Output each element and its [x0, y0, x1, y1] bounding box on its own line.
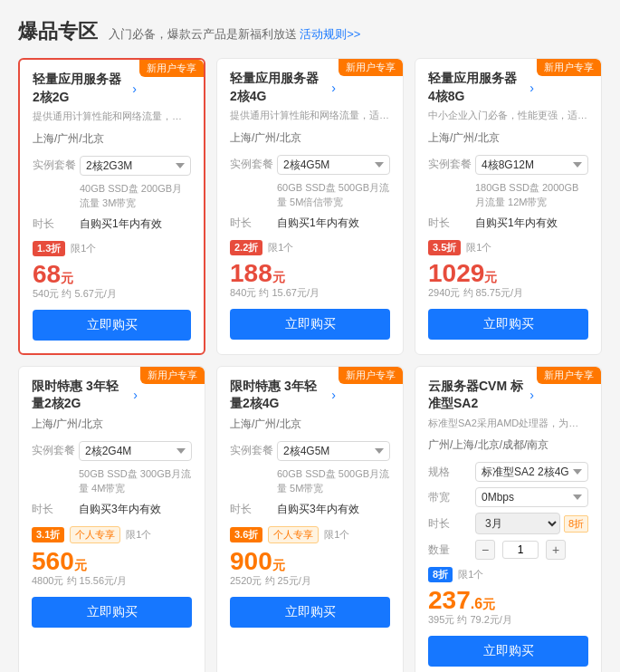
card2-region: 上海/广州/北京: [230, 130, 390, 146]
card5-personal-tag: 个人专享: [268, 526, 319, 543]
card6-bw-select[interactable]: 0Mbps: [475, 487, 588, 507]
card4-price-tag: 3.1折: [32, 527, 64, 542]
card3-limit: 限1个: [466, 241, 491, 254]
card1-original: 540元 约 5.67元/月: [33, 287, 191, 301]
card1-price-tag: 1.3折: [33, 241, 65, 256]
card2-limit: 限1个: [268, 241, 293, 254]
card1-duration-label: 时长: [33, 216, 80, 232]
card6-discount-tag: 8折: [564, 515, 588, 533]
card6-spec-label: 规格: [428, 465, 475, 480]
card2-title: 轻量应用服务器 2核4G: [230, 70, 328, 105]
card6-qty-input[interactable]: [502, 541, 539, 559]
card4-badge: 新用户专享: [140, 367, 205, 384]
card6-price-tag: 8折: [428, 567, 453, 582]
card6-qty-plus[interactable]: +: [546, 540, 566, 560]
cards-grid: 新用户专享 轻量应用服务器 2核2G › 提供通用计算性能和网络流量，适合小型网…: [18, 58, 602, 672]
card3-badge: 新用户专享: [537, 59, 601, 76]
card6-price: 237.6元: [428, 588, 588, 613]
card1-instance-label: 实例套餐: [33, 158, 80, 173]
card3-instance-select[interactable]: 4核8G12M: [475, 155, 588, 175]
card4-price: 560元: [32, 549, 192, 574]
card3-instance-label: 实例套餐: [428, 157, 475, 172]
card5-buy-button[interactable]: 立即购买: [230, 597, 390, 628]
card-lightweight-4c8g: 新用户专享 轻量应用服务器 4核8G › 中小企业入门必备，性能更强，适合中型W…: [415, 58, 602, 355]
card2-duration-label: 时长: [230, 216, 277, 231]
card5-duration-value: 自购买3年内有效: [277, 502, 359, 517]
card6-bw-label: 带宽: [428, 490, 475, 505]
card5-badge: 新用户专享: [339, 367, 403, 384]
card6-region: 广州/上海/北京/成都/南京: [428, 437, 588, 453]
card4-limit: 限1个: [126, 528, 151, 542]
card3-arrow: ›: [529, 81, 534, 95]
card4-instance-select[interactable]: 2核2G4M: [79, 441, 192, 461]
card1-title: 轻量应用服务器 2核2G: [33, 71, 129, 106]
card6-qty-minus[interactable]: −: [475, 540, 495, 560]
card2-arrow: ›: [331, 81, 336, 95]
card1-duration-value: 自购买1年内有效: [80, 216, 162, 232]
page-header: 爆品专区 入门必备，爆款云产品是新福利放送 活动规则>>: [18, 18, 602, 45]
card2-spec-desc: 60GB SSD盘 500GB月流量 5M倍信带宽: [277, 180, 390, 210]
card3-price: 1029元: [428, 261, 588, 286]
card6-spec-select[interactable]: 标准型SA2 2核4G: [475, 462, 588, 482]
card-lightweight-2c2g: 新用户专享 轻量应用服务器 2核2G › 提供通用计算性能和网络流量，适合小型网…: [18, 58, 205, 355]
card6-duration-select[interactable]: 3月: [475, 513, 560, 534]
card6-qty-label: 数量: [428, 542, 475, 558]
card4-duration-value: 自购买3年内有效: [79, 502, 161, 517]
card5-price-tag: 3.6折: [230, 527, 262, 542]
card3-title: 轻量应用服务器 4核8G: [428, 70, 526, 105]
card4-title: 限时特惠 3年轻量2核2G: [32, 378, 129, 413]
card3-original: 2940元 约 85.75元/月: [428, 286, 588, 300]
card1-instance-select[interactable]: 2核2G3M: [80, 156, 191, 176]
card-3yr-2c4g: 新用户专享 限时特惠 3年轻量2核4G › 上海/广州/北京 实例套餐 2核4G…: [216, 366, 404, 672]
card1-spec-desc: 40GB SSD盘 200GB月流量 3M带宽: [80, 181, 191, 211]
card4-region: 上海/广州/北京: [32, 417, 192, 432]
card4-spec-desc: 50GB SSD盘 300GB月流量 4M带宽: [79, 466, 192, 496]
card3-price-tag: 3.5折: [428, 240, 461, 255]
card3-desc: 中小企业入门必备，性能更强，适合中型We...: [428, 109, 588, 122]
card4-personal-tag: 个人专享: [70, 526, 120, 543]
card6-desc: 标准型SA2采用AMD处理器，为业界领先的...: [428, 417, 588, 430]
card5-region: 上海/广州/北京: [230, 417, 390, 432]
page-subtitle: 入门必备，爆款云产品是新福利放送: [109, 27, 297, 41]
card-lightweight-2c4g: 新用户专享 轻量应用服务器 2核4G › 提供通用计算性能和网络流量，适合小型网…: [216, 58, 404, 355]
card4-arrow: ›: [133, 388, 138, 402]
card1-region: 上海/广州/北京: [33, 131, 191, 147]
card1-badge: 新用户专享: [139, 60, 204, 77]
card2-instance-select[interactable]: 2核4G5M: [277, 155, 390, 175]
card5-price: 900元: [230, 549, 390, 574]
card6-badge: 新用户专享: [537, 367, 601, 384]
card4-buy-button[interactable]: 立即购买: [32, 597, 192, 628]
card5-limit: 限1个: [324, 528, 349, 542]
card3-buy-button[interactable]: 立即购买: [428, 309, 588, 340]
card-3yr-2c2g: 新用户专享 限时特惠 3年轻量2核2G › 上海/广州/北京 实例套餐 2核2G…: [18, 366, 205, 672]
card5-original: 2520元 约 25元/月: [230, 574, 390, 588]
card3-spec-desc: 180GB SSD盘 2000GB月流量 12M带宽: [475, 180, 588, 210]
card1-buy-button[interactable]: 立即购买: [33, 310, 191, 341]
card1-price: 68元: [33, 262, 191, 287]
card3-duration-value: 自购买1年内有效: [475, 216, 558, 231]
card4-duration-label: 时长: [32, 502, 79, 517]
activity-link[interactable]: 活动规则>>: [300, 27, 360, 41]
card5-instance-select[interactable]: 2核4G5M: [277, 441, 390, 461]
card6-duration-label: 时长: [428, 516, 475, 532]
card3-duration-label: 时长: [428, 216, 475, 231]
card4-original: 4800元 约 15.56元/月: [32, 574, 192, 588]
card2-buy-button[interactable]: 立即购买: [230, 309, 390, 340]
card5-arrow: ›: [331, 388, 336, 402]
card4-instance-label: 实例套餐: [32, 443, 79, 458]
card3-region: 上海/广州/北京: [428, 130, 588, 146]
card6-limit: 限1个: [458, 568, 483, 581]
card6-buy-button[interactable]: 立即购买: [428, 636, 588, 667]
card2-original: 840元 约 15.67元/月: [230, 286, 390, 300]
card2-desc: 提供通用计算性能和网络流量，适合小型网站...: [230, 109, 390, 122]
card6-title: 云服务器CVM 标准型SA2: [428, 378, 526, 413]
card6-original: 395元 约 79.2元/月: [428, 613, 588, 627]
card1-limit: 限1个: [71, 242, 96, 255]
card-cvm-sa2: 新用户专享 云服务器CVM 标准型SA2 › 标准型SA2采用AMD处理器，为业…: [415, 366, 602, 672]
card1-arrow: ›: [132, 82, 137, 96]
card1-desc: 提供通用计算性能和网络流量，适合小型网站...: [33, 110, 191, 123]
card5-spec-desc: 60GB SSD盘 500GB月流量 5M带宽: [277, 466, 390, 496]
card2-duration-value: 自购买1年内有效: [277, 216, 359, 231]
card2-price-tag: 2.2折: [230, 240, 262, 255]
card2-price: 188元: [230, 261, 390, 286]
